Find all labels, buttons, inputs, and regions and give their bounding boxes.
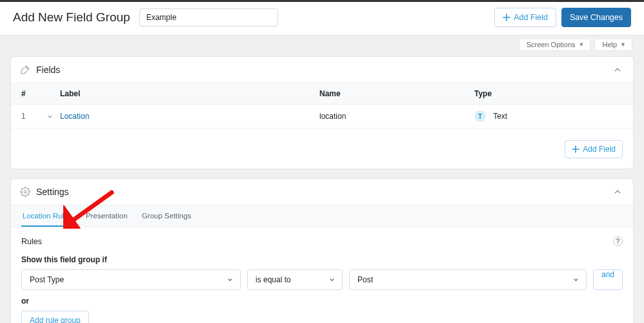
- col-head-num: #: [21, 89, 60, 98]
- rule-value-value: Post: [357, 275, 373, 284]
- rule-value-select[interactable]: Post: [349, 269, 587, 290]
- row-num-cell: 1: [21, 112, 60, 121]
- rule-param-value: Post Type: [30, 275, 64, 284]
- help-toggle[interactable]: Help ▼: [594, 39, 632, 51]
- save-changes-button[interactable]: Save Changes: [561, 8, 631, 27]
- add-field-button-footer[interactable]: Add Field: [565, 140, 623, 158]
- fields-table-head: # Label Name Type: [11, 83, 633, 105]
- settings-body: Rules ? Show this field group if Post Ty…: [11, 227, 633, 323]
- page-title: Add New Field Group: [13, 10, 130, 25]
- help-label: Help: [602, 41, 617, 48]
- save-changes-label: Save Changes: [570, 13, 623, 22]
- screen-options-toggle[interactable]: Screen Options ▼: [519, 39, 591, 51]
- col-head-label: Label: [60, 89, 319, 98]
- add-rule-group-button[interactable]: Add rule group: [21, 311, 89, 323]
- fields-panel-head: Fields: [11, 57, 633, 83]
- row-label-cell: Location: [60, 112, 319, 121]
- screen-options-label: Screen Options: [527, 41, 576, 48]
- chevron-down-icon[interactable]: [46, 113, 54, 120]
- tab-location-rules[interactable]: Location Rules: [21, 205, 73, 227]
- topbar: Add New Field Group Add Field Save Chang…: [0, 2, 644, 36]
- plus-icon: [572, 145, 579, 153]
- collapse-icon[interactable]: [612, 65, 623, 75]
- col-head-name: Name: [319, 89, 474, 98]
- add-field-button[interactable]: Add Field: [494, 8, 556, 27]
- tab-presentation[interactable]: Presentation: [85, 205, 129, 227]
- rule-param-select[interactable]: Post Type: [21, 269, 241, 290]
- settings-panel-head: Settings: [11, 179, 633, 205]
- svg-point-0: [24, 191, 26, 193]
- gear-icon: [20, 187, 30, 197]
- rule-operator-value: is equal to: [256, 275, 291, 284]
- chevron-down-icon: [572, 276, 579, 284]
- and-button[interactable]: and: [593, 269, 623, 290]
- rules-subtitle: Show this field group if: [21, 255, 623, 264]
- fields-panel: Fields # Label Name Type 1 Location loca…: [10, 56, 634, 169]
- wp-top-toggles: Screen Options ▼ Help ▼: [6, 36, 638, 56]
- add-field-label: Add Field: [514, 13, 548, 22]
- row-num: 1: [21, 112, 26, 121]
- chevron-down-icon: [328, 276, 336, 284]
- tab-group-settings[interactable]: Group Settings: [141, 205, 193, 227]
- col-head-type: Type: [474, 89, 623, 98]
- chevron-down-icon: [226, 276, 234, 284]
- row-type-label: Text: [493, 112, 507, 121]
- type-badge-icon: T: [474, 110, 486, 122]
- plus-icon: [503, 14, 510, 21]
- chevron-down-icon: ▼: [579, 41, 585, 48]
- row-name-cell: location: [319, 112, 474, 121]
- settings-panel-title: Settings: [36, 187, 69, 197]
- field-group-title-input[interactable]: [139, 8, 278, 26]
- table-row[interactable]: 1 Location location T Text: [11, 105, 633, 129]
- rule-row: Post Type is equal to Post and: [21, 269, 623, 290]
- fields-icon: [20, 65, 30, 75]
- rules-title: Rules: [21, 237, 42, 246]
- fields-panel-footer: Add Field: [11, 129, 633, 169]
- add-field-footer-label: Add Field: [583, 145, 616, 154]
- row-type-cell: T Text: [474, 110, 623, 122]
- help-icon[interactable]: ?: [613, 236, 623, 246]
- settings-panel: Settings Location Rules Presentation Gro…: [10, 178, 634, 323]
- or-label: or: [21, 297, 623, 306]
- chevron-down-icon: ▼: [620, 41, 626, 48]
- collapse-icon[interactable]: [612, 187, 623, 197]
- stage: Screen Options ▼ Help ▼ Fields # Label N…: [0, 36, 644, 323]
- fields-panel-title: Fields: [36, 65, 60, 75]
- settings-tabs: Location Rules Presentation Group Settin…: [11, 205, 633, 227]
- rule-operator-select[interactable]: is equal to: [247, 269, 343, 290]
- field-label-link[interactable]: Location: [60, 112, 89, 121]
